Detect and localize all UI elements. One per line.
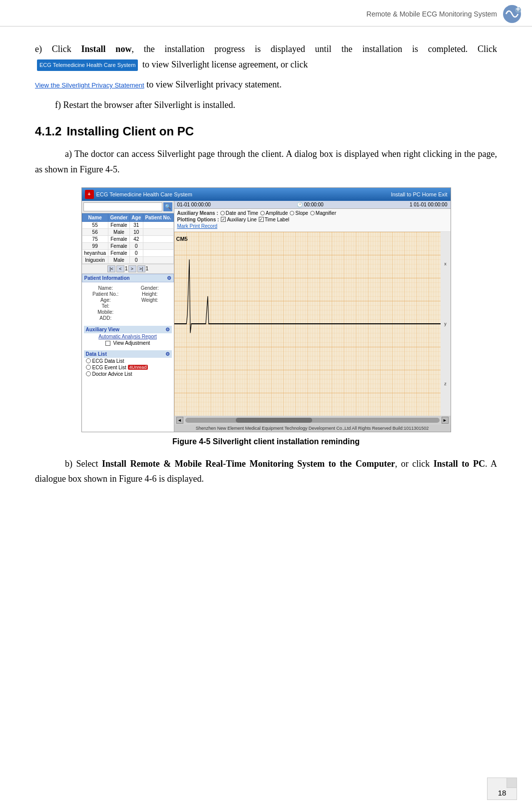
ecg-event-list-item[interactable]: ECG Event List 4Unread [84,364,172,371]
section-f-text: f) Restart the browser after Silverlight… [55,100,235,110]
silverlight-license-btn[interactable]: ECG Telemedicine Health Care System [37,59,138,71]
scroll-bar[interactable] [185,418,440,423]
search-bar: 🔍 [82,201,174,213]
controls-bar: Auxiliary Means : Date and Time Amplitud… [174,209,451,232]
page-last-btn[interactable]: >| [137,265,145,272]
aux-means-label: Auxiliary Means : [177,210,218,216]
radio-date-time[interactable]: Date and Time [220,210,258,216]
auxiliary-view-section: Auxiliary View ⚙ Automatic Analysis Repo… [82,324,174,348]
patient-info-header: Patient Information ⚙ [82,274,174,282]
doctor-advice-item[interactable]: Doctor Advice List [84,371,172,377]
label-x: x [444,261,447,266]
install-to-pc-bold: Install to PC [434,459,485,469]
data-list-header: Data List ⚙ [84,350,172,358]
radio-slope[interactable]: Slope [290,210,308,216]
app-titlebar: + ECG Telemedicine Health Care System In… [82,188,451,201]
page-number-area: 18 [487,778,517,800]
figure-4-5: + ECG Telemedicine Health Care System In… [35,187,497,446]
scroll-area[interactable]: ◄ ► [174,416,451,425]
aux-view-header: Auxiliary View ⚙ [84,326,172,333]
main-content: e) Click Install now, the installation p… [0,26,532,512]
app-body: 🔍 Name Gender Age Patient No. [82,201,451,432]
plotting-options-row: Plotting Options : ✓Auxiliary Line ✓Time… [177,217,448,222]
section-b-para: b) Select Install Remote & Mobile Real-T… [35,456,497,487]
scroll-right-arrow[interactable]: ► [442,417,449,424]
ecg-grid-svg [174,232,441,416]
section-f-item: f) Restart the browser after Silverlight… [35,97,497,113]
ecg-chart-area: CM5 [174,232,441,416]
timer-display: 🕐 00:00:00 [297,202,324,207]
data-list-section: Data List ⚙ ECG Data List ECG Event List… [82,348,174,379]
ecg-event-radio[interactable] [86,365,91,370]
ecg-chart-container: CM5 [174,232,451,416]
label-z: z [444,381,447,386]
section-e-text4: to view Silverlight privacy statement. [146,79,281,89]
time-display: 01-01 00:00:00 [177,202,211,207]
page-next-btn[interactable]: > [128,265,136,272]
plotting-label: Plotting Options : [177,217,219,222]
aux-item-analysis[interactable]: Automatic Analysis Report [84,333,172,340]
section-title: Installing Client on PC [66,124,194,138]
scroll-left-arrow[interactable]: ◄ [176,417,183,424]
section-e-text3: to view Silverlight license agreement, o… [140,59,308,69]
page-first-btn[interactable]: |< [107,265,115,272]
mark-print-link[interactable]: Mark Print Record [177,223,218,229]
ecg-top-bar: 01-01 00:00:00 🕐 00:00:00 1 01-01 00:00:… [174,201,451,209]
time-right: 1 01-01 00:00:00 [410,202,448,207]
data-list-label: Data List [86,351,107,357]
section-e-para: e) Click Install now, the installation p… [35,41,497,72]
scroll-handle[interactable] [236,418,312,423]
app-title: ECG Telemedicine Health Care System [96,191,192,197]
right-panel: 01-01 00:00:00 🕐 00:00:00 1 01-01 00:00:… [174,201,451,432]
search-input[interactable] [83,202,162,211]
doctor-advice-radio[interactable] [86,371,91,376]
check-time-label[interactable]: ✓Time Label [259,217,289,222]
figure-caption: Figure 4-5 Silverlight client installati… [35,437,497,446]
col-patient-no: Patient No. [143,213,173,221]
aux-item-view-adj[interactable]: View Adjustment [84,340,172,346]
section-a-para: a) The doctor can access Silverlight pag… [35,146,497,177]
header-logo-icon [502,4,522,24]
table-row[interactable]: 56Male10 [82,228,173,235]
patient-table: Name Gender Age Patient No. 55Female31 [82,213,174,264]
auxiliary-means-row: Auxiliary Means : Date and Time Amplitud… [177,210,448,216]
section-e-text2: , the installation progress is displayed… [131,44,497,54]
ecg-data-radio[interactable] [86,358,91,363]
silverlight-privacy-link[interactable]: View the Silverlight Privacy Statement [35,80,144,91]
radio-amplitude[interactable]: Amplitude [260,210,288,216]
table-row[interactable]: 55Female31 [82,221,173,228]
table-row[interactable]: 99Female0 [82,242,173,249]
aux-view-label: Auxiliary View [86,327,120,332]
table-row[interactable]: heyanhuaFemale0 [82,249,173,256]
left-panel: 🔍 Name Gender Age Patient No. [82,201,174,432]
view-adj-checkbox[interactable] [105,341,110,346]
page-corner [507,778,517,788]
check-aux-line[interactable]: ✓Auxiliary Line [221,217,256,222]
page-number: 18 [498,789,507,797]
search-icon[interactable]: 🔍 [163,202,172,211]
patient-info-label: Patient Information [84,275,130,281]
section-a-text: a) The doctor can access Silverlight pag… [35,149,497,174]
col-gender: Gender [108,213,129,221]
patient-info-section: Name: Gender: Patient No.: Height: Age: … [82,282,174,324]
app-icon: + [85,190,94,199]
ecg-data-list-item[interactable]: ECG Data List [84,358,172,364]
page-prev-btn[interactable]: < [116,265,124,272]
section-e-text1: e) Click [35,44,81,54]
side-measurements: x y z [441,232,451,416]
header-title: Remote & Mobile ECG Monitoring System [367,10,497,18]
col-name: Name [82,213,108,221]
col-age: Age [130,213,143,221]
page-header: Remote & Mobile ECG Monitoring System [0,0,532,26]
install-bold: Install Remote & Mobile Real-Time Monito… [102,459,395,469]
section-b-text1: b) Select [65,459,102,469]
bottom-status: Shenzhen New Element Medical Equipment T… [174,425,451,432]
table-row[interactable]: lniguoxinMale0 [82,256,173,263]
unread-badge: 4Unread [128,365,148,370]
titlebar-left: + ECG Telemedicine Health Care System [85,190,192,199]
radio-magnifier[interactable]: Magnifier [310,210,336,216]
label-y: y [444,321,447,326]
section-412-heading: 4.1.2 Installing Client on PC [35,124,497,138]
page-footer: 18 [487,778,517,800]
table-row[interactable]: 75Female42 [82,235,173,242]
